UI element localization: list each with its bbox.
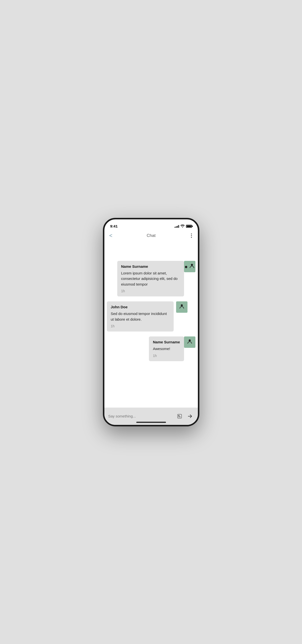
send-button[interactable] [186, 412, 194, 420]
message-bubble-1: Name Surname Lorem ipsum dolor sit amet,… [117, 261, 184, 297]
message-time-2: 1h [111, 324, 170, 328]
more-dot-3 [191, 237, 192, 238]
avatar-2 [176, 301, 188, 313]
message-time-1: 1h [121, 289, 180, 293]
message-sender-2: John Doe [111, 305, 170, 309]
message-bubble-3: Name Surname Awesome! 1h [149, 336, 184, 361]
status-bar: 9:41 [104, 219, 198, 230]
svg-point-2 [189, 340, 191, 342]
attachment-button[interactable] [176, 412, 184, 420]
message-text-2: Sed do eiusmod tempor incididunt ut labo… [111, 311, 170, 322]
message-input[interactable] [108, 414, 173, 418]
message-text-1: Lorem ipsum dolor sit amet, consectetur … [121, 270, 180, 287]
chat-area: Name Surname Lorem ipsum dolor sit amet,… [104, 241, 198, 408]
page-title: Chat [147, 233, 156, 238]
message-sender-3: Name Surname [153, 340, 180, 344]
more-button[interactable] [190, 232, 193, 239]
battery-icon [186, 225, 192, 228]
svg-rect-4 [178, 415, 179, 416]
wifi-icon [181, 224, 185, 228]
phone-frame: 9:41 [103, 218, 199, 426]
status-icons [175, 224, 192, 228]
message-bubble-2: John Doe Sed do eiusmod tempor incididun… [107, 301, 174, 332]
status-time: 9:41 [110, 224, 118, 228]
more-dot-1 [191, 234, 192, 234]
message-container-1: Name Surname Lorem ipsum dolor sit amet,… [104, 261, 198, 297]
home-indicator [136, 422, 166, 423]
message-text-3: Awesome! [153, 346, 180, 352]
back-button[interactable]: < [109, 232, 112, 239]
avatar-1: ● [184, 261, 195, 272]
signal-icon [175, 225, 179, 228]
message-container-2: John Doe Sed do eiusmod tempor incididun… [104, 301, 198, 332]
message-time-3: 1h [153, 354, 180, 358]
phone-content: 9:41 [104, 219, 198, 425]
person-icon-3 [187, 339, 192, 346]
person-icon-2 [179, 304, 185, 310]
avatar-3 [184, 336, 195, 348]
svg-point-1 [181, 304, 183, 306]
chat-top-spacer [104, 246, 198, 256]
message-sender-1: Name Surname [121, 264, 180, 268]
svg-point-0 [191, 264, 193, 266]
nav-header: < Chat [104, 230, 198, 241]
person-icon-1: ● [185, 263, 195, 270]
more-dot-2 [191, 235, 192, 236]
message-container-3: Name Surname Awesome! 1h [104, 336, 198, 361]
